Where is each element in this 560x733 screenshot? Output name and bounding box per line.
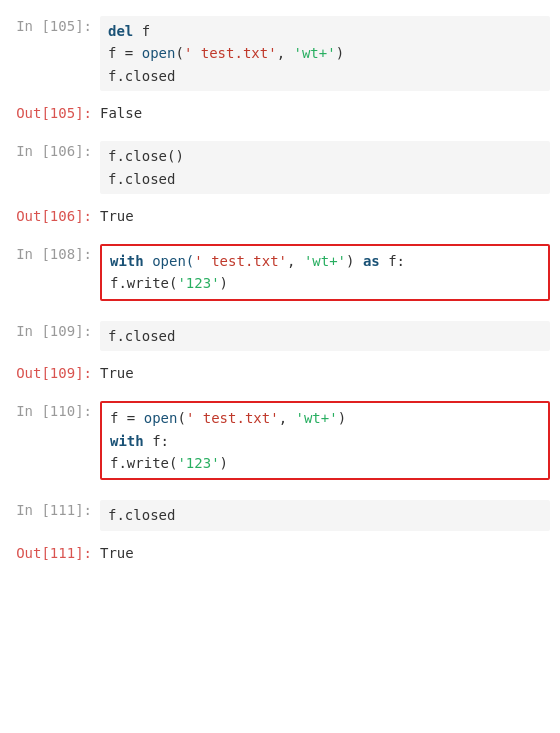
output-out105: Out[105]:False [0,97,560,127]
code-line: with open(' test.txt', 'wt+') as f: [110,250,540,272]
output-value-out109: True [100,363,134,381]
code-line: f = open(' test.txt', 'wt+') [110,407,540,429]
output-out111: Out[111]:True [0,537,560,567]
cell-content-in111[interactable]: f.closed [100,500,550,530]
code-line: f.closed [108,325,542,347]
code-line: f.closed [108,65,542,87]
code-line: f.closed [108,504,542,526]
cell-content-in106[interactable]: f.close()f.closed [100,141,550,194]
output-value-out105: False [100,103,142,121]
output-label-out109: Out[109]: [0,363,100,381]
cell-in111: In [111]:f.closed [0,494,560,536]
notebook: In [105]:del ff = open(' test.txt', 'wt+… [0,10,560,567]
output-label-out105: Out[105]: [0,103,100,121]
code-line: f.closed [108,168,542,190]
cell-content-in108[interactable]: with open(' test.txt', 'wt+') as f: f.wr… [100,244,550,301]
code-line: f.write('123') [110,452,540,474]
cell-label-in106: In [106]: [0,141,100,159]
cell-in106: In [106]:f.close()f.closed [0,135,560,200]
cell-in105: In [105]:del ff = open(' test.txt', 'wt+… [0,10,560,97]
output-value-out111: True [100,543,134,561]
output-label-out106: Out[106]: [0,206,100,224]
output-label-out111: Out[111]: [0,543,100,561]
code-line: f.write('123') [110,272,540,294]
output-out106: Out[106]:True [0,200,560,230]
cell-content-in110[interactable]: f = open(' test.txt', 'wt+')with f: f.wr… [100,401,550,480]
code-line: with f: [110,430,540,452]
cell-content-in109[interactable]: f.closed [100,321,550,351]
cell-in110: In [110]:f = open(' test.txt', 'wt+')wit… [0,395,560,486]
cell-in109: In [109]:f.closed [0,315,560,357]
cell-label-in108: In [108]: [0,244,100,262]
cell-content-in105[interactable]: del ff = open(' test.txt', 'wt+')f.close… [100,16,550,91]
code-line: f = open(' test.txt', 'wt+') [108,42,542,64]
cell-in108: In [108]:with open(' test.txt', 'wt+') a… [0,238,560,307]
cell-label-in105: In [105]: [0,16,100,34]
cell-label-in110: In [110]: [0,401,100,419]
code-line: del f [108,20,542,42]
cell-label-in111: In [111]: [0,500,100,518]
cell-label-in109: In [109]: [0,321,100,339]
output-out109: Out[109]:True [0,357,560,387]
output-value-out106: True [100,206,134,224]
code-line: f.close() [108,145,542,167]
